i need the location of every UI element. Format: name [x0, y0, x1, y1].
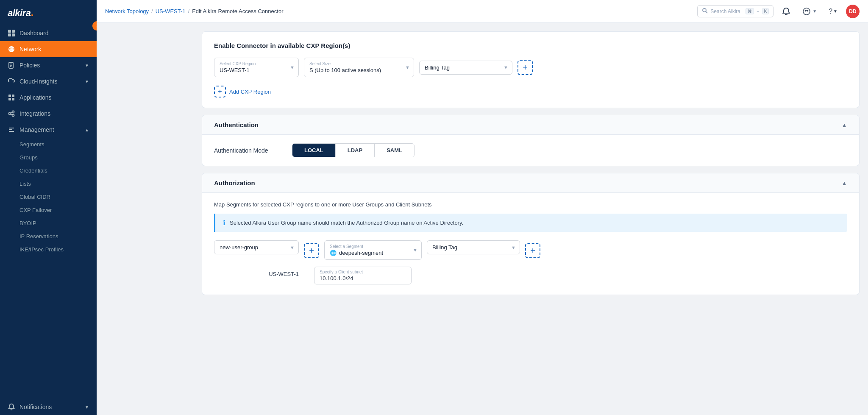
region-label: US-WEST-1 [214, 267, 299, 277]
cxp-region-select[interactable]: Select CXP Region US-WEST-1 [214, 58, 299, 77]
svg-line-19 [11, 112, 12, 113]
select-size-select[interactable]: Select Size S (Up to 100 active sessions… [304, 58, 414, 77]
info-icon: ℹ [223, 219, 225, 227]
search-box[interactable]: Search Alkira ⌘ + K [697, 5, 773, 17]
topbar-right: Search Alkira ⌘ + K ▼ ? ▼ DD [697, 5, 860, 18]
breadcrumb-network-topology[interactable]: Network Topology [105, 8, 149, 14]
management-icon [8, 126, 15, 134]
svg-rect-13 [12, 95, 14, 97]
sidebar-item-management[interactable]: Management ▲ [0, 122, 97, 138]
add-cxp-region-button[interactable]: + Add CXP Region [214, 86, 847, 97]
select-size-value: S (Up to 100 active sessions) [309, 67, 398, 73]
sidebar-item-notifications[interactable]: Notifications ▼ [0, 399, 97, 415]
sidebar-item-policies[interactable]: Policies ▼ [0, 57, 97, 73]
auth-tab-local[interactable]: LOCAL [292, 144, 336, 157]
segment-select-value: 🌐 deepesh-segment [330, 250, 406, 256]
sidebar-item-network[interactable]: Network [0, 41, 97, 57]
sidebar-subitem-segments[interactable]: Segments [0, 138, 97, 151]
help-circle-icon: ? [829, 8, 832, 15]
search-kbd-plus: + [757, 9, 759, 14]
breadcrumb-sep-2: / [188, 8, 190, 14]
user-group-select[interactable]: new-user-group [214, 240, 299, 254]
sidebar-item-integrations[interactable]: Integrations [0, 106, 97, 122]
sidebar-item-label: Cloud-Insights [19, 78, 81, 85]
add-billing-tag-button[interactable]: + [525, 243, 540, 258]
sidebar-subitem-byoip[interactable]: BYOIP [0, 217, 97, 230]
client-subnet-label: Specify a Client subnet [320, 270, 406, 274]
sidebar-item-applications[interactable]: Applications [0, 89, 97, 106]
auth-billing-tag-placeholder: Billing Tag [432, 244, 504, 251]
policies-chevron-icon: ▼ [85, 63, 89, 68]
billing-tag-placeholder: Billing Tag [425, 64, 497, 71]
billing-tag-select[interactable]: Billing Tag [419, 61, 512, 75]
breadcrumb-sep-1: / [151, 8, 153, 14]
sidebar-item-label: Network [19, 46, 89, 53]
segment-row: new-user-group ▼ + Select a Segment 🌐 de… [202, 240, 859, 260]
breadcrumb-us-west-1[interactable]: US-WEST-1 [156, 8, 186, 14]
svg-rect-15 [12, 98, 14, 100]
sidebar-subitem-groups[interactable]: Groups [0, 151, 97, 164]
user-avatar[interactable]: DD [846, 5, 860, 18]
auth-tab-ldap[interactable]: LDAP [336, 144, 375, 157]
client-subnet-field[interactable]: Specify a Client subnet 10.100.1.0/24 [314, 267, 412, 284]
svg-point-24 [703, 8, 706, 12]
sidebar-subitem-global-cidr[interactable]: Global CIDR [0, 190, 97, 203]
auth-billing-tag-wrapper: Billing Tag ▼ [427, 240, 520, 254]
authorization-section: Authorization ▲ Map Segments for selecte… [202, 173, 860, 295]
authentication-title: Authentication [214, 121, 259, 128]
add-user-group-button[interactable]: + [304, 243, 319, 258]
sidebar-item-label: Applications [19, 94, 89, 101]
auth-tab-saml[interactable]: SAML [375, 144, 414, 157]
main-content: Enable Connector in available CXP Region… [193, 23, 868, 415]
svg-point-26 [803, 8, 810, 15]
sidebar-subitem-credentials[interactable]: Credentials [0, 164, 97, 177]
logo: alkira. [0, 0, 97, 25]
svg-rect-0 [8, 30, 11, 33]
sidebar-item-dashboard[interactable]: Dashboard [0, 25, 97, 41]
cxp-region-row: Select CXP Region US-WEST-1 ▼ Select Siz… [214, 58, 847, 77]
info-banner: ℹ Selected Alkira User Group name should… [214, 214, 847, 232]
svg-rect-1 [12, 30, 15, 33]
auth-mode-label: Authentication Mode [214, 147, 282, 154]
segment-select[interactable]: Select a Segment 🌐 deepesh-segment [324, 240, 422, 260]
cxp-region-value: US-WEST-1 [220, 67, 283, 73]
sidebar-subitem-ike-ipsec[interactable]: IKE/IPsec Profiles [0, 243, 97, 256]
sidebar-subitem-cxp-failover[interactable]: CXP Failover [0, 203, 97, 217]
svg-point-16 [9, 113, 11, 115]
authorization-chevron-icon: ▲ [841, 180, 847, 187]
integrations-icon [8, 110, 15, 117]
search-placeholder: Search Alkira [710, 8, 740, 14]
auth-mode-row: Authentication Mode LOCAL LDAP SAML [202, 135, 859, 166]
svg-point-17 [12, 111, 14, 113]
auth-mode-tabs: LOCAL LDAP SAML [292, 143, 415, 157]
notifications-bell-button[interactable] [779, 5, 793, 18]
svg-line-25 [706, 12, 708, 14]
sidebar-subitem-ip-reservations[interactable]: IP Reservations [0, 230, 97, 243]
authorization-desc: Map Segments for selected CXP regions to… [202, 201, 859, 208]
user-group-value: new-user-group [220, 244, 283, 251]
authorization-section-header[interactable]: Authorization ▲ [202, 173, 859, 193]
cloud-insights-icon [8, 78, 15, 85]
authorization-title: Authorization [214, 179, 255, 187]
sidebar-subitem-lists[interactable]: Lists [0, 177, 97, 190]
select-size-label: Select Size [309, 61, 398, 66]
chevron-down-icon: ▼ [812, 9, 817, 14]
svg-point-27 [805, 10, 806, 11]
authentication-section-header[interactable]: Authentication ▲ [202, 115, 859, 135]
logo-brand: alkira [8, 8, 31, 18]
cxp-section: Enable Connector in available CXP Region… [202, 31, 860, 108]
client-subnet-row: US-WEST-1 Specify a Client subnet 10.100… [202, 260, 859, 295]
auth-billing-tag-select[interactable]: Billing Tag [427, 240, 520, 254]
help-button[interactable]: ? ▼ [826, 5, 840, 18]
cxp-section-title: Enable Connector in available CXP Region… [214, 42, 847, 49]
breadcrumb: Network Topology / US-WEST-1 / Edit Alki… [105, 8, 692, 14]
bell-icon [8, 403, 15, 411]
cxp-region-field-wrapper: Select CXP Region US-WEST-1 ▼ [214, 58, 299, 77]
logo-text: alkira. [8, 6, 33, 19]
add-cxp-button[interactable]: + [517, 60, 533, 75]
ai-assistant-button[interactable]: ▼ [799, 5, 820, 18]
svg-point-28 [807, 10, 808, 11]
svg-rect-12 [8, 95, 11, 97]
sidebar-item-cloud-insights[interactable]: Cloud-Insights ▼ [0, 73, 97, 89]
topbar: Network Topology / US-WEST-1 / Edit Alki… [97, 0, 868, 23]
